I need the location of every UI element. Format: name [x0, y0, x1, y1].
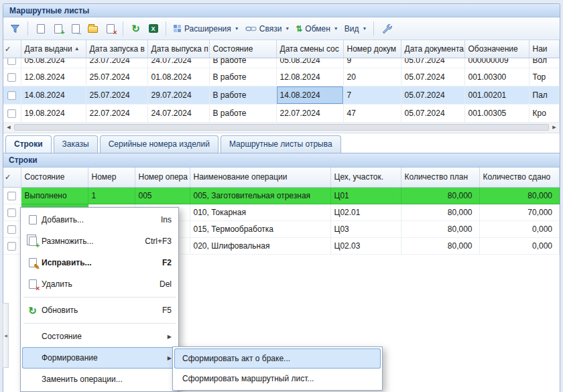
column-header-line-state[interactable]: Состояние: [21, 168, 88, 188]
column-header-operation-number[interactable]: Номер опера: [135, 168, 190, 188]
scroll-right-button[interactable]: ▶: [549, 125, 560, 130]
menu-item-delete[interactable]: × Удалить Del: [22, 273, 177, 295]
delete-document-button[interactable]: ×: [102, 20, 119, 37]
copy-document-icon: →: [72, 24, 80, 34]
duplicate-document-icon: +: [23, 237, 42, 246]
menu-item-replace-operations[interactable]: Заменить операции...: [22, 369, 177, 390]
toolbar-separator: [123, 21, 123, 36]
row-checkbox[interactable]: [7, 225, 16, 234]
extensions-icon: [173, 24, 182, 33]
row-checkbox[interactable]: [7, 192, 16, 200]
duplicate-document-icon: +: [54, 24, 62, 34]
row-checkbox[interactable]: [7, 242, 16, 251]
table-row-done[interactable]: Выполнено 1 005 005, Заготовительная отр…: [3, 188, 560, 204]
view-menu-button[interactable]: Вид ▼: [342, 20, 370, 37]
menu-item-refresh[interactable]: ↻ Обновить F5: [22, 300, 177, 321]
column-header-operation-name[interactable]: Наименование операции: [190, 168, 330, 188]
open-document-button[interactable]: [84, 20, 101, 37]
column-header-workshop[interactable]: Цех, участок.: [330, 168, 401, 188]
bottom-table-header-row: ✓ Состояние Номер Номер опера Наименован…: [3, 168, 560, 188]
column-header-select[interactable]: ✓: [3, 168, 21, 188]
formation-submenu: Сформировать акт о браке... Сформировать…: [172, 346, 383, 391]
left-splitter-handle[interactable]: ◀: [3, 303, 9, 368]
add-document-icon: [23, 215, 42, 224]
column-header-release-date[interactable]: Дата выпуска п: [147, 40, 209, 58]
delete-document-icon: ×: [107, 24, 115, 34]
dropdown-arrow-icon: ▼: [285, 26, 290, 31]
context-menu: Добавить... Ins + Размножить... Ctrl+F3 …: [20, 207, 179, 392]
extensions-menu-button[interactable]: Расширения ▼: [170, 20, 242, 37]
column-header-issue-date[interactable]: Дата выдачи▲: [21, 40, 86, 58]
tab-tear-off-route-sheets[interactable]: Маршрутные листы отрыва: [221, 135, 341, 153]
open-folder-icon: [88, 26, 98, 33]
sort-asc-icon: ▲: [74, 46, 80, 52]
table-row-selected[interactable]: 14.08.2024 25.07.2024 29.07.2024 В работ…: [3, 86, 560, 104]
edit-document-icon: ✎: [23, 258, 42, 267]
toolbar-separator: [166, 21, 166, 36]
tab-lines[interactable]: Строки: [5, 135, 52, 153]
row-checkbox[interactable]: [7, 109, 16, 118]
new-document-icon: [37, 24, 45, 34]
column-header-name[interactable]: Наи: [529, 40, 560, 58]
submenu-item-create-defect-act[interactable]: Сформировать акт о браке...: [174, 348, 381, 369]
scroll-thumb[interactable]: [14, 124, 549, 131]
new-document-button[interactable]: [32, 20, 49, 37]
filter-button[interactable]: [7, 20, 23, 37]
copy-document-button[interactable]: →: [67, 20, 84, 37]
row-checkbox[interactable]: [7, 73, 16, 82]
table-row[interactable]: 05.08.2024 23.07.2024 24.07.2024 В работ…: [3, 58, 560, 68]
menu-separator: [23, 297, 176, 298]
refresh-icon: ↻: [23, 306, 42, 316]
dropdown-arrow-icon: ▼: [334, 26, 338, 31]
duplicate-document-button[interactable]: +: [50, 20, 66, 37]
window-title: Маршрутные листы: [9, 6, 89, 15]
tab-serial-numbers[interactable]: Серийные номера изделий: [100, 135, 218, 153]
menu-item-duplicate[interactable]: + Размножить... Ctrl+F3: [22, 231, 177, 252]
toolbar-separator: [373, 21, 374, 36]
top-table-hscrollbar[interactable]: ◀ ▶: [3, 123, 560, 133]
wrench-icon: [381, 23, 392, 34]
row-checkbox[interactable]: [7, 58, 16, 65]
table-row[interactable]: 12.08.2024 25.07.2024 01.08.2024 В работ…: [3, 68, 560, 86]
delete-document-icon: ×: [23, 279, 42, 289]
column-header-line-number[interactable]: Номер: [88, 168, 135, 188]
check-icon: ✓: [5, 45, 11, 53]
settings-button[interactable]: [378, 20, 395, 37]
top-table-header-row: ✓ Дата выдачи▲ Дата запуска в Дата выпус…: [3, 40, 560, 58]
column-header-designation[interactable]: Обозначение: [464, 40, 529, 58]
column-header-doc-number[interactable]: Номер докум: [343, 40, 401, 58]
excel-export-button[interactable]: X: [145, 20, 162, 37]
submenu-arrow-icon: ▶: [168, 355, 172, 361]
menu-item-formation[interactable]: Формирование ▶: [22, 347, 177, 369]
column-header-state[interactable]: Состояние: [209, 40, 276, 58]
toolbar: + → × ↻ X Расширения ▼: [3, 17, 560, 40]
row-checkbox[interactable]: [7, 91, 16, 100]
tab-orders[interactable]: Заказы: [54, 135, 98, 153]
scroll-left-button[interactable]: ◀: [3, 125, 14, 130]
grip-arrow-icon: ◀: [4, 333, 7, 338]
menu-item-edit[interactable]: ✎ Исправить... F2: [22, 252, 177, 273]
refresh-button[interactable]: ↻: [127, 20, 144, 37]
links-menu-button[interactable]: Связи ▼: [243, 20, 293, 37]
column-header-state-change-date[interactable]: Дата смены сос: [276, 40, 343, 58]
exchange-menu-button[interactable]: ⇅ Обмен ▼: [293, 20, 341, 37]
column-header-select[interactable]: ✓: [3, 40, 21, 58]
column-header-doc-date[interactable]: Дата документа: [401, 40, 464, 58]
submenu-item-create-route-sheet[interactable]: Сформировать маршрутный лист...: [174, 369, 381, 389]
excel-icon: X: [149, 24, 158, 33]
links-chain-icon: [245, 25, 257, 33]
menu-separator: [23, 323, 176, 324]
menu-item-add[interactable]: Добавить... Ins: [22, 209, 177, 231]
dropdown-arrow-icon: ▼: [235, 26, 239, 31]
menu-item-state[interactable]: Состояние ▶: [22, 326, 177, 347]
filter-icon: [10, 24, 20, 34]
column-header-qty-done[interactable]: Количество сдано: [479, 168, 560, 188]
lines-section-title: Строки: [9, 155, 38, 165]
row-checkbox[interactable]: [7, 208, 16, 217]
route-sheets-grid: ✓ Дата выдачи▲ Дата запуска в Дата выпус…: [3, 40, 560, 123]
detail-tabs: Строки Заказы Серийные номера изделий Ма…: [3, 133, 560, 153]
lines-section-header: Строки: [3, 153, 560, 168]
column-header-launch-date[interactable]: Дата запуска в: [86, 40, 147, 58]
table-row[interactable]: 19.08.2024 22.07.2024 24.07.2024 В работ…: [3, 104, 560, 122]
column-header-qty-plan[interactable]: Количество план: [401, 168, 479, 188]
